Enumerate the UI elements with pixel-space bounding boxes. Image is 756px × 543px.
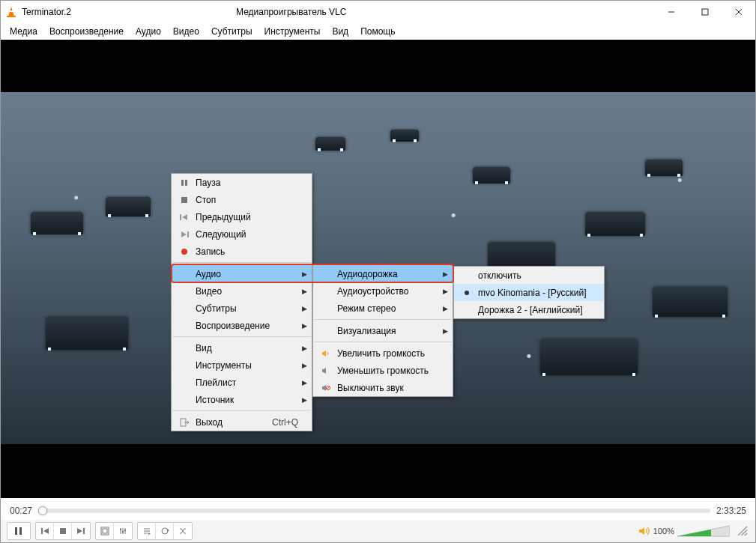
loop-button[interactable]: [156, 523, 174, 539]
expand-corner-icon[interactable]: [736, 524, 749, 538]
menu-media[interactable]: Медиа: [4, 24, 43, 39]
menu-subtitles[interactable]: Субтитры: [205, 24, 258, 39]
menu-tools[interactable]: Инструменты: [258, 24, 327, 39]
audio-submenu-item[interactable]: Аудиодорожка▶: [313, 265, 453, 282]
audio-submenu-item[interactable]: Режим стерео▶: [313, 300, 453, 317]
svg-rect-23: [19, 527, 22, 535]
menubar: Медиа Воспроизведение Аудио Видео Субтит…: [1, 23, 755, 40]
context-menu-item[interactable]: Инструменты▶: [172, 357, 312, 374]
svg-marker-17: [322, 368, 326, 374]
menu-audio[interactable]: Аудио: [130, 24, 167, 39]
context-menu-item[interactable]: Субтитры▶: [172, 300, 312, 317]
window-title-app: Медиапроигрыватель VLC: [236, 7, 346, 17]
svg-marker-41: [167, 529, 169, 532]
context-menu-item[interactable]: Стоп: [172, 191, 312, 208]
audio-submenu-label: Режим стерео: [334, 303, 396, 314]
submenu-arrow-icon: ▶: [302, 288, 307, 295]
svg-rect-8: [185, 180, 187, 186]
pause-icon: [14, 527, 23, 536]
window-minimize-button[interactable]: [654, 1, 688, 23]
svg-rect-22: [15, 527, 17, 535]
shuffle-button[interactable]: [174, 523, 192, 539]
volume-label: 100%: [653, 527, 674, 536]
context-menu-item[interactable]: Плейлист▶: [172, 374, 312, 391]
audio-submenu: Аудиодорожка▶Аудиоустройство▶Режим стере…: [312, 264, 453, 397]
extended-settings-button[interactable]: [114, 523, 132, 539]
shortcut-label: Ctrl+Q: [250, 417, 298, 428]
svg-rect-13: [187, 231, 189, 237]
svg-rect-9: [181, 197, 187, 203]
submenu-arrow-icon: ▶: [302, 379, 307, 386]
fullscreen-button[interactable]: [96, 523, 114, 539]
svg-line-47: [745, 533, 747, 536]
mute-icon: [318, 384, 334, 392]
menu-help[interactable]: Помощь: [354, 24, 401, 39]
play-pause-button[interactable]: [7, 523, 30, 539]
context-menu-item[interactable]: Предыдущий: [172, 208, 312, 225]
svg-rect-10: [180, 214, 181, 220]
next-button[interactable]: [72, 523, 90, 539]
playlist-button[interactable]: [138, 523, 156, 539]
context-menu-item[interactable]: Запись: [172, 243, 312, 260]
submenu-arrow-icon: ▶: [302, 362, 307, 369]
audio-submenu-label: Уменьшить громкость: [334, 365, 429, 376]
audio-submenu-item[interactable]: Выключить звук: [313, 379, 453, 396]
menu-playback[interactable]: Воспроизведение: [43, 24, 130, 39]
svg-point-36: [124, 530, 126, 531]
svg-point-21: [465, 291, 469, 295]
speaker-icon[interactable]: [638, 526, 650, 536]
submenu-arrow-icon: ▶: [302, 305, 307, 312]
svg-marker-18: [322, 385, 326, 391]
window-maximize-button[interactable]: [688, 1, 722, 23]
track-submenu-label: mvo Kinomania - [Русский]: [475, 288, 587, 298]
stop-icon: [176, 196, 193, 204]
context-menu-label: Аудио: [193, 269, 221, 279]
menu-video[interactable]: Видео: [167, 24, 205, 39]
context-menu-item[interactable]: Пауза: [172, 174, 312, 191]
context-menu-item[interactable]: Источник▶: [172, 391, 312, 408]
submenu-arrow-icon: ▶: [302, 322, 307, 330]
audio-submenu-item[interactable]: Аудиоустройство▶: [313, 282, 453, 300]
submenu-arrow-icon: ▶: [302, 345, 307, 352]
window-title-filename: Terminator.2: [22, 7, 71, 17]
context-menu-item[interactable]: ВыходCtrl+Q: [172, 413, 312, 431]
submenu-arrow-icon: ▶: [443, 270, 448, 278]
stop-icon: [59, 527, 67, 535]
svg-marker-11: [182, 214, 187, 220]
context-menu-item[interactable]: Видео▶: [172, 282, 312, 300]
context-menu-item[interactable]: Аудио▶: [172, 265, 312, 282]
audio-submenu-item[interactable]: Визуализация▶: [313, 322, 453, 339]
context-menu-label: Воспроизведение: [193, 321, 270, 331]
window-close-button[interactable]: [722, 1, 755, 23]
menu-view[interactable]: Вид: [326, 24, 354, 39]
exit-icon: [176, 418, 193, 427]
context-menu-item[interactable]: Следующий: [172, 225, 312, 243]
volume-slider[interactable]: [677, 524, 730, 538]
skip-back-icon: [40, 527, 49, 536]
seek-knob[interactable]: [38, 506, 47, 515]
playlist-icon: [142, 527, 151, 536]
audio-submenu-label: Выключить звук: [334, 383, 404, 393]
svg-rect-24: [41, 528, 43, 534]
track-submenu-item[interactable]: Дорожка 2 - [Английский]: [454, 301, 604, 318]
context-menu-label: Предыдущий: [193, 212, 251, 222]
context-menu-label: Видео: [193, 286, 222, 297]
submenu-arrow-icon: ▶: [443, 327, 448, 335]
context-menu-item[interactable]: Воспроизведение▶: [172, 317, 312, 334]
audio-submenu-item[interactable]: Уменьшить громкость: [313, 362, 453, 379]
controls-row: 100%: [1, 520, 755, 542]
previous-button[interactable]: [36, 523, 54, 539]
context-menu-separator: [172, 410, 311, 411]
submenu-arrow-icon: ▶: [443, 288, 448, 295]
context-menu-item[interactable]: Вид▶: [172, 339, 312, 357]
track-submenu-label: отключить: [475, 270, 521, 281]
seek-slider[interactable]: [38, 509, 710, 513]
stop-button[interactable]: [54, 523, 72, 539]
audio-track-submenu: отключитьmvo Kinomania - [Русский]Дорожк…: [453, 266, 605, 319]
context-menu-label: Запись: [193, 246, 225, 257]
total-time-label: 2:33:25: [716, 506, 746, 516]
track-submenu-item[interactable]: отключить: [454, 267, 604, 284]
track-submenu-item[interactable]: mvo Kinomania - [Русский]: [454, 284, 604, 301]
svg-marker-16: [322, 351, 326, 357]
audio-submenu-item[interactable]: Увеличить громкость: [313, 345, 453, 362]
